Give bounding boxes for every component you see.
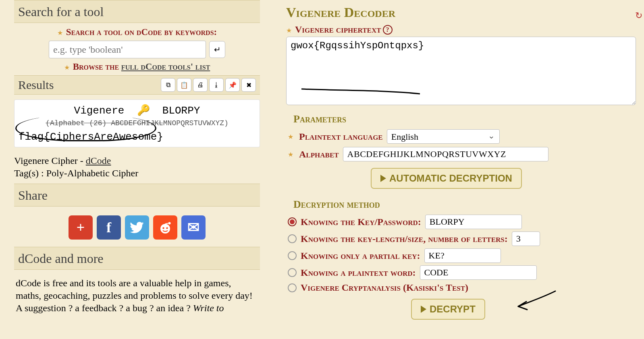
result-box: Vigenere 🔑 BLORPY (Alphabet (26) ABCDEFG… [14,99,260,147]
play-icon [421,306,426,313]
share-reddit-button[interactable] [153,215,177,240]
method-header: Decryption method [293,198,636,211]
auto-btn-label: AUTOMATIC DECRYPTION [389,173,512,184]
opt-partial-label: Knowing only a partial key: [301,250,420,261]
share-email-button[interactable]: ✉ [181,215,206,240]
share-plus-button[interactable]: + [69,215,93,240]
radio-key[interactable] [288,217,297,226]
alphabet-row: ★ Alphabet [288,147,636,161]
lang-select[interactable]: English [387,129,500,144]
browse-link[interactable]: full dCode tools' list [121,62,210,72]
result-key: BLORPY [162,105,200,117]
about-p1: dCode is free and its tools are a valuab… [16,278,253,301]
alphabet-strike: (Alphabet (26) ABCDEFGHIJKL [46,119,163,127]
share-row: + f ✉ [14,211,260,247]
word-input[interactable] [420,265,537,280]
share-twitter-button[interactable] [125,215,149,240]
opt-len-row: Knowing the key-length/size, number of l… [288,232,636,246]
download-button[interactable]: ⭳ [209,78,224,92]
search-input[interactable] [49,41,206,58]
search-header: Search for a tool [14,0,260,23]
radio-len[interactable] [288,234,297,243]
search-input-row: ↵ [14,41,260,58]
print-button[interactable]: 🖨 [193,78,208,92]
svg-point-1 [162,227,164,229]
decrypt-button[interactable]: DECRYPT [411,299,485,320]
star-icon: ★ [57,29,63,36]
help-icon[interactable]: ? [383,25,393,35]
star-icon: ★ [288,151,293,158]
radio-partial[interactable] [288,251,297,260]
star-icon: ★ [64,64,70,71]
cipher-line-prefix: Vigenere Cipher - [14,155,86,166]
search-label: Search a tool on dCode by keywords: [66,27,217,37]
radio-kasiski[interactable] [288,283,297,292]
alphabet-line: (Alphabet (26) ABCDEFGHIJKLMNOPQRSTUVWXY… [19,117,256,128]
clipboard2-button[interactable]: 📋 [177,78,191,92]
ciphertext-label-text: Vigenere ciphertext [295,24,381,35]
lang-label: Plaintext language [299,131,383,142]
ciphertext-input[interactable] [286,37,636,105]
opt-key-label: Knowing the Key/Password: [301,217,421,227]
key-icon: 🔑 [137,105,150,117]
about-header: dCode and more [14,247,260,270]
cipher-meta: Vigenere Cipher - dCode [14,155,260,166]
opt-kasiski-row: Vigenere Cryptanalysis (Kasiski's Test) [288,282,636,293]
results-title: Results [18,78,54,92]
search-go-button[interactable]: ↵ [209,41,225,58]
svg-point-3 [168,222,171,225]
about-p2-prefix: A suggestion ? a feedback ? a bug ? an i… [16,303,193,313]
reload-icon[interactable]: ↻ [635,10,642,21]
search-label-row: ★ Search a tool on dCode by keywords: [14,27,260,37]
ciphertext-label-row: ★ Vigenere ciphertext ? [286,24,636,35]
alphabet-rest: MNOPQRSTUVWXYZ) [163,119,229,127]
browse-row: ★ Browse the full dCode tools' list [14,62,260,72]
lang-select-wrap: English [387,129,500,144]
auto-decrypt-button[interactable]: AUTOMATIC DECRYPTION [371,168,522,189]
right-panel: ↻ Vigenere Decoder ★ Vigenere ciphertext… [274,0,644,339]
left-panel: Search for a tool ★ Search a tool on dCo… [0,0,274,339]
result-cipher: Vigenere [74,105,125,117]
len-input[interactable] [512,232,540,246]
flag-text: flag{CiphersAreAwesome} [19,131,256,143]
ciphertext-label: Vigenere ciphertext ? [295,24,393,35]
results-header-row: Results ⧉ 📋 🖨 ⭳ 📌 ✖ [14,75,260,95]
parameters-header: Parameters [293,113,636,125]
ciphertext-wrap [286,35,636,107]
pin-button[interactable]: 📌 [225,78,240,92]
opt-word-row: Knowing a plaintext word: [288,265,636,280]
decoder-title: Vigenere Decoder [286,0,636,24]
radio-word[interactable] [288,268,297,277]
svg-point-0 [160,224,170,234]
alphabet-input[interactable] [343,147,548,161]
opt-len-label: Knowing the key-length/size, number of l… [301,234,508,244]
clear-button[interactable]: ✖ [241,78,256,92]
result-header: Vigenere 🔑 BLORPY [19,104,256,117]
about-p2-italic: Write to [193,303,224,313]
about-text: dCode is free and its tools are a valuab… [14,274,260,318]
play-icon [380,175,386,182]
share-facebook-button[interactable]: f [97,215,121,240]
share-header: Share [14,184,260,207]
opt-partial-row: Knowing only a partial key: [288,248,636,263]
key-input[interactable] [425,215,522,229]
opt-key-row: Knowing the Key/Password: [288,215,636,229]
star-icon: ★ [286,27,292,34]
tags-line: Tag(s) : Poly-Alphabetic Cipher [14,168,260,179]
opt-word-label: Knowing a plaintext word: [301,267,416,278]
dcode-link[interactable]: dCode [86,155,111,166]
alphabet-label: Alphabet [299,149,339,160]
results-toolbar: ⧉ 📋 🖨 ⭳ 📌 ✖ [161,78,256,92]
lang-row: ★ Plaintext language English [288,129,636,144]
copy-button[interactable]: ⧉ [161,78,175,92]
browse-prefix: Browse the [73,62,121,72]
opt-kasiski-label: Vigenere Cryptanalysis (Kasiski's Test) [301,282,468,293]
decrypt-btn-label: DECRYPT [430,304,476,315]
partial-input[interactable] [424,248,501,263]
star-icon: ★ [288,133,293,141]
